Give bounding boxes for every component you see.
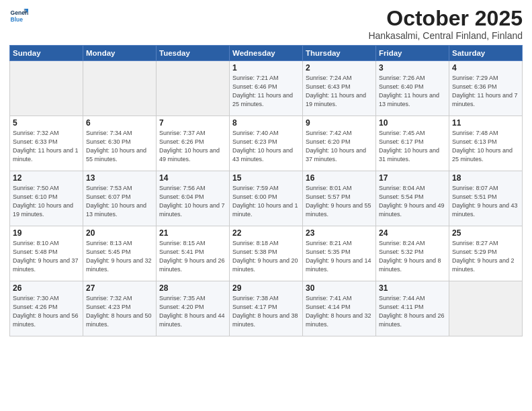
day-number: 4 (452, 63, 519, 73)
cell-content: Sunrise: 7:41 AMSunset: 4:14 PMDaylight:… (306, 294, 373, 329)
cell-content: Sunrise: 8:13 AMSunset: 5:45 PMDaylight:… (86, 239, 153, 274)
table-row: 30Sunrise: 7:41 AMSunset: 4:14 PMDayligh… (303, 281, 376, 336)
logo: General Blue (9, 7, 28, 26)
cell-content: Sunrise: 7:32 AMSunset: 6:33 PMDaylight:… (13, 129, 80, 164)
col-saturday: Saturday (449, 46, 523, 61)
day-number: 20 (86, 228, 153, 238)
day-number: 29 (232, 283, 300, 293)
table-row: 21Sunrise: 8:15 AMSunset: 5:41 PMDayligh… (157, 226, 230, 281)
col-sunday: Sunday (10, 46, 83, 61)
table-row: 29Sunrise: 7:38 AMSunset: 4:17 PMDayligh… (230, 281, 303, 336)
table-row: 2Sunrise: 7:24 AMSunset: 6:43 PMDaylight… (303, 61, 376, 116)
table-row: 18Sunrise: 8:07 AMSunset: 5:51 PMDayligh… (449, 171, 523, 226)
day-number: 5 (13, 118, 80, 128)
day-number: 12 (13, 173, 80, 183)
col-wednesday: Wednesday (230, 46, 303, 61)
cell-content: Sunrise: 7:29 AMSunset: 6:36 PMDaylight:… (452, 74, 519, 109)
location-title: Hankasalmi, Central Finland, Finland (368, 30, 523, 41)
header: General Blue October 2025 Hankasalmi, Ce… (9, 7, 523, 41)
col-thursday: Thursday (303, 46, 376, 61)
col-tuesday: Tuesday (157, 46, 230, 61)
table-row (157, 61, 230, 116)
day-number: 30 (306, 283, 373, 293)
day-number: 24 (379, 228, 446, 238)
table-row: 1Sunrise: 7:21 AMSunset: 6:46 PMDaylight… (230, 61, 303, 116)
day-number: 8 (232, 118, 300, 128)
table-row: 5Sunrise: 7:32 AMSunset: 6:33 PMDaylight… (10, 116, 83, 171)
page: General Blue October 2025 Hankasalmi, Ce… (0, 0, 532, 411)
table-row: 3Sunrise: 7:26 AMSunset: 6:40 PMDaylight… (376, 61, 449, 116)
table-row: 24Sunrise: 8:24 AMSunset: 5:32 PMDayligh… (376, 226, 449, 281)
cell-content: Sunrise: 7:48 AMSunset: 6:13 PMDaylight:… (452, 129, 519, 164)
cell-content: Sunrise: 7:30 AMSunset: 4:26 PMDaylight:… (13, 294, 80, 329)
cell-content: Sunrise: 7:44 AMSunset: 4:11 PMDaylight:… (379, 294, 446, 329)
cell-content: Sunrise: 7:59 AMSunset: 6:00 PMDaylight:… (232, 184, 300, 219)
cell-content: Sunrise: 7:26 AMSunset: 6:40 PMDaylight:… (379, 74, 446, 109)
table-row: 19Sunrise: 8:10 AMSunset: 5:48 PMDayligh… (10, 226, 83, 281)
cell-content: Sunrise: 8:21 AMSunset: 5:35 PMDaylight:… (306, 239, 373, 274)
table-row: 12Sunrise: 7:50 AMSunset: 6:10 PMDayligh… (10, 171, 83, 226)
cell-content: Sunrise: 7:37 AMSunset: 6:26 PMDaylight:… (159, 129, 226, 164)
table-row: 4Sunrise: 7:29 AMSunset: 6:36 PMDaylight… (449, 61, 523, 116)
table-row: 7Sunrise: 7:37 AMSunset: 6:26 PMDaylight… (157, 116, 230, 171)
cell-content: Sunrise: 7:42 AMSunset: 6:20 PMDaylight:… (306, 129, 373, 164)
day-number: 15 (232, 173, 300, 183)
col-friday: Friday (376, 46, 449, 61)
day-number: 9 (306, 118, 373, 128)
day-number: 21 (159, 228, 226, 238)
logo-icon: General Blue (9, 7, 28, 26)
cell-content: Sunrise: 8:24 AMSunset: 5:32 PMDaylight:… (379, 239, 446, 274)
table-row: 25Sunrise: 8:27 AMSunset: 5:29 PMDayligh… (449, 226, 523, 281)
table-row (83, 61, 157, 116)
day-number: 23 (306, 228, 373, 238)
table-row: 8Sunrise: 7:40 AMSunset: 6:23 PMDaylight… (230, 116, 303, 171)
day-number: 22 (232, 228, 300, 238)
day-number: 10 (379, 118, 446, 128)
table-row: 9Sunrise: 7:42 AMSunset: 6:20 PMDaylight… (303, 116, 376, 171)
table-row: 23Sunrise: 8:21 AMSunset: 5:35 PMDayligh… (303, 226, 376, 281)
day-number: 11 (452, 118, 519, 128)
cell-content: Sunrise: 7:56 AMSunset: 6:04 PMDaylight:… (159, 184, 226, 219)
table-row: 13Sunrise: 7:53 AMSunset: 6:07 PMDayligh… (83, 171, 157, 226)
cell-content: Sunrise: 7:21 AMSunset: 6:46 PMDaylight:… (232, 74, 300, 109)
table-row (10, 61, 83, 116)
day-number: 19 (13, 228, 80, 238)
cell-content: Sunrise: 8:10 AMSunset: 5:48 PMDaylight:… (13, 239, 80, 274)
cell-content: Sunrise: 8:07 AMSunset: 5:51 PMDaylight:… (452, 184, 519, 219)
table-row: 28Sunrise: 7:35 AMSunset: 4:20 PMDayligh… (157, 281, 230, 336)
table-row: 17Sunrise: 8:04 AMSunset: 5:54 PMDayligh… (376, 171, 449, 226)
day-number: 25 (452, 228, 519, 238)
day-number: 18 (452, 173, 519, 183)
table-row: 6Sunrise: 7:34 AMSunset: 6:30 PMDaylight… (83, 116, 157, 171)
day-number: 3 (379, 63, 446, 73)
table-row: 26Sunrise: 7:30 AMSunset: 4:26 PMDayligh… (10, 281, 83, 336)
day-number: 7 (159, 118, 226, 128)
day-number: 31 (379, 283, 446, 293)
title-block: October 2025 Hankasalmi, Central Finland… (368, 7, 523, 41)
cell-content: Sunrise: 7:50 AMSunset: 6:10 PMDaylight:… (13, 184, 80, 219)
day-number: 26 (13, 283, 80, 293)
cell-content: Sunrise: 7:38 AMSunset: 4:17 PMDaylight:… (232, 294, 300, 329)
table-row: 20Sunrise: 8:13 AMSunset: 5:45 PMDayligh… (83, 226, 157, 281)
day-number: 6 (86, 118, 153, 128)
cell-content: Sunrise: 8:15 AMSunset: 5:41 PMDaylight:… (159, 239, 226, 274)
cell-content: Sunrise: 8:18 AMSunset: 5:38 PMDaylight:… (232, 239, 300, 274)
table-row: 14Sunrise: 7:56 AMSunset: 6:04 PMDayligh… (157, 171, 230, 226)
day-number: 2 (306, 63, 373, 73)
col-monday: Monday (83, 46, 157, 61)
day-number: 27 (86, 283, 153, 293)
table-row: 22Sunrise: 8:18 AMSunset: 5:38 PMDayligh… (230, 226, 303, 281)
table-row: 16Sunrise: 8:01 AMSunset: 5:57 PMDayligh… (303, 171, 376, 226)
cell-content: Sunrise: 7:34 AMSunset: 6:30 PMDaylight:… (86, 129, 153, 164)
cell-content: Sunrise: 7:24 AMSunset: 6:43 PMDaylight:… (306, 74, 373, 109)
cell-content: Sunrise: 7:35 AMSunset: 4:20 PMDaylight:… (159, 294, 226, 329)
cell-content: Sunrise: 7:45 AMSunset: 6:17 PMDaylight:… (379, 129, 446, 164)
svg-text:Blue: Blue (11, 16, 24, 23)
day-number: 16 (306, 173, 373, 183)
table-row: 11Sunrise: 7:48 AMSunset: 6:13 PMDayligh… (449, 116, 523, 171)
day-number: 14 (159, 173, 226, 183)
cell-content: Sunrise: 8:01 AMSunset: 5:57 PMDaylight:… (306, 184, 373, 219)
day-number: 28 (159, 283, 226, 293)
cell-content: Sunrise: 7:40 AMSunset: 6:23 PMDaylight:… (232, 129, 300, 164)
cell-content: Sunrise: 7:53 AMSunset: 6:07 PMDaylight:… (86, 184, 153, 219)
